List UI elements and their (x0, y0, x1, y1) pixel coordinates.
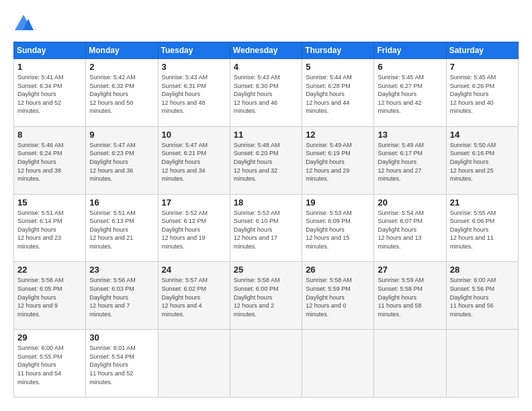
calendar-cell: 27 Sunrise: 5:59 AM Sunset: 5:58 PM Dayl… (374, 262, 446, 330)
calendar-row: 29 Sunrise: 6:00 AM Sunset: 5:55 PM Dayl… (14, 330, 519, 398)
col-tuesday: Tuesday (158, 42, 230, 59)
day-info: Sunrise: 5:54 AM Sunset: 6:07 PM Dayligh… (378, 209, 442, 251)
calendar-row: 8 Sunrise: 5:46 AM Sunset: 6:24 PM Dayli… (14, 126, 519, 194)
day-info: Sunrise: 5:58 AM Sunset: 6:00 PM Dayligh… (234, 276, 298, 318)
calendar-cell (302, 330, 374, 398)
calendar-cell: 28 Sunrise: 6:00 AM Sunset: 5:56 PM Dayl… (446, 262, 518, 330)
calendar-cell: 7 Sunrise: 5:45 AM Sunset: 6:26 PM Dayli… (446, 59, 518, 127)
day-number: 3 (162, 62, 226, 72)
calendar-cell: 10 Sunrise: 5:47 AM Sunset: 6:21 PM Dayl… (158, 126, 230, 194)
calendar-cell (230, 330, 302, 398)
day-info: Sunrise: 5:51 AM Sunset: 6:14 PM Dayligh… (17, 209, 82, 251)
calendar-cell: 8 Sunrise: 5:46 AM Sunset: 6:24 PM Dayli… (14, 126, 86, 194)
day-info: Sunrise: 5:52 AM Sunset: 6:12 PM Dayligh… (162, 209, 226, 251)
calendar-row: 22 Sunrise: 5:56 AM Sunset: 6:05 PM Dayl… (14, 262, 519, 330)
day-number: 27 (378, 265, 442, 275)
calendar-cell (158, 330, 230, 398)
day-number: 11 (234, 130, 298, 140)
header (13, 13, 519, 34)
day-info: Sunrise: 5:42 AM Sunset: 6:32 PM Dayligh… (89, 73, 154, 116)
day-info: Sunrise: 5:56 AM Sunset: 6:05 PM Dayligh… (17, 276, 82, 318)
col-friday: Friday (374, 42, 446, 59)
day-info: Sunrise: 5:49 AM Sunset: 6:19 PM Dayligh… (306, 141, 370, 183)
day-number: 25 (234, 265, 298, 275)
calendar-row: 15 Sunrise: 5:51 AM Sunset: 6:14 PM Dayl… (14, 194, 519, 262)
calendar-cell: 17 Sunrise: 5:52 AM Sunset: 6:12 PM Dayl… (158, 194, 230, 262)
day-info: Sunrise: 5:51 AM Sunset: 6:13 PM Dayligh… (89, 209, 154, 251)
logo (13, 13, 38, 34)
day-number: 20 (378, 197, 442, 208)
day-number: 21 (450, 197, 515, 208)
calendar-cell: 25 Sunrise: 5:58 AM Sunset: 6:00 PM Dayl… (230, 262, 302, 330)
day-number: 17 (162, 197, 226, 208)
day-number: 14 (450, 130, 515, 140)
calendar-cell: 24 Sunrise: 5:57 AM Sunset: 6:02 PM Dayl… (158, 262, 230, 330)
calendar-cell: 26 Sunrise: 5:58 AM Sunset: 5:59 PM Dayl… (302, 262, 374, 330)
logo-icon (13, 13, 34, 34)
calendar-cell: 11 Sunrise: 5:48 AM Sunset: 6:20 PM Dayl… (230, 126, 302, 194)
day-number: 16 (89, 197, 154, 208)
day-number: 30 (89, 332, 154, 342)
calendar-cell: 15 Sunrise: 5:51 AM Sunset: 6:14 PM Dayl… (14, 194, 86, 262)
day-info: Sunrise: 5:45 AM Sunset: 6:27 PM Dayligh… (378, 73, 442, 116)
calendar-cell: 29 Sunrise: 6:00 AM Sunset: 5:55 PM Dayl… (14, 330, 86, 398)
day-number: 19 (306, 197, 370, 208)
day-number: 4 (234, 62, 298, 72)
col-sunday: Sunday (14, 42, 86, 59)
day-info: Sunrise: 5:59 AM Sunset: 5:58 PM Dayligh… (378, 276, 442, 318)
calendar-cell: 12 Sunrise: 5:49 AM Sunset: 6:19 PM Dayl… (302, 126, 374, 194)
day-number: 9 (89, 130, 154, 140)
calendar-cell: 22 Sunrise: 5:56 AM Sunset: 6:05 PM Dayl… (14, 262, 86, 330)
day-number: 28 (450, 265, 515, 275)
day-number: 23 (89, 265, 154, 275)
day-info: Sunrise: 5:41 AM Sunset: 6:34 PM Dayligh… (17, 73, 82, 116)
calendar-cell: 19 Sunrise: 5:53 AM Sunset: 6:09 PM Dayl… (302, 194, 374, 262)
calendar-cell: 20 Sunrise: 5:54 AM Sunset: 6:07 PM Dayl… (374, 194, 446, 262)
calendar-cell: 9 Sunrise: 5:47 AM Sunset: 6:23 PM Dayli… (86, 126, 158, 194)
calendar-cell (446, 330, 518, 398)
day-number: 29 (17, 332, 82, 342)
day-info: Sunrise: 5:49 AM Sunset: 6:17 PM Dayligh… (378, 141, 442, 183)
day-info: Sunrise: 5:56 AM Sunset: 6:03 PM Dayligh… (89, 276, 154, 318)
page: Sunday Monday Tuesday Wednesday Thursday… (0, 0, 532, 411)
calendar-cell: 1 Sunrise: 5:41 AM Sunset: 6:34 PM Dayli… (14, 59, 86, 127)
day-number: 8 (17, 130, 82, 140)
calendar-header-row: Sunday Monday Tuesday Wednesday Thursday… (14, 42, 519, 59)
calendar-cell: 18 Sunrise: 5:53 AM Sunset: 6:10 PM Dayl… (230, 194, 302, 262)
day-info: Sunrise: 6:00 AM Sunset: 5:56 PM Dayligh… (450, 276, 515, 318)
calendar-cell: 14 Sunrise: 5:50 AM Sunset: 6:16 PM Dayl… (446, 126, 518, 194)
day-number: 7 (450, 62, 515, 72)
day-info: Sunrise: 5:50 AM Sunset: 6:16 PM Dayligh… (450, 141, 515, 183)
day-number: 1 (17, 62, 82, 72)
day-number: 24 (162, 265, 226, 275)
day-info: Sunrise: 5:47 AM Sunset: 6:23 PM Dayligh… (89, 141, 154, 183)
calendar-cell: 3 Sunrise: 5:43 AM Sunset: 6:31 PM Dayli… (158, 59, 230, 127)
col-wednesday: Wednesday (230, 42, 302, 59)
day-number: 5 (306, 62, 370, 72)
calendar-cell: 16 Sunrise: 5:51 AM Sunset: 6:13 PM Dayl… (86, 194, 158, 262)
calendar-row: 1 Sunrise: 5:41 AM Sunset: 6:34 PM Dayli… (14, 59, 519, 127)
day-info: Sunrise: 5:55 AM Sunset: 6:06 PM Dayligh… (450, 209, 515, 251)
day-info: Sunrise: 5:53 AM Sunset: 6:09 PM Dayligh… (306, 209, 370, 251)
day-info: Sunrise: 5:43 AM Sunset: 6:31 PM Dayligh… (162, 73, 226, 116)
day-number: 2 (89, 62, 154, 72)
calendar-cell: 6 Sunrise: 5:45 AM Sunset: 6:27 PM Dayli… (374, 59, 446, 127)
day-info: Sunrise: 5:45 AM Sunset: 6:26 PM Dayligh… (450, 73, 515, 116)
calendar-cell: 30 Sunrise: 6:01 AM Sunset: 5:54 PM Dayl… (86, 330, 158, 398)
calendar: Sunday Monday Tuesday Wednesday Thursday… (13, 42, 519, 398)
calendar-cell: 23 Sunrise: 5:56 AM Sunset: 6:03 PM Dayl… (86, 262, 158, 330)
col-thursday: Thursday (302, 42, 374, 59)
day-info: Sunrise: 5:46 AM Sunset: 6:24 PM Dayligh… (17, 141, 82, 183)
calendar-cell: 4 Sunrise: 5:43 AM Sunset: 6:30 PM Dayli… (230, 59, 302, 127)
calendar-cell: 5 Sunrise: 5:44 AM Sunset: 6:28 PM Dayli… (302, 59, 374, 127)
day-info: Sunrise: 5:58 AM Sunset: 5:59 PM Dayligh… (306, 276, 370, 318)
calendar-cell: 13 Sunrise: 5:49 AM Sunset: 6:17 PM Dayl… (374, 126, 446, 194)
calendar-cell: 21 Sunrise: 5:55 AM Sunset: 6:06 PM Dayl… (446, 194, 518, 262)
day-info: Sunrise: 6:00 AM Sunset: 5:55 PM Dayligh… (17, 344, 82, 386)
calendar-cell: 2 Sunrise: 5:42 AM Sunset: 6:32 PM Dayli… (86, 59, 158, 127)
col-saturday: Saturday (446, 42, 518, 59)
day-number: 18 (234, 197, 298, 208)
day-number: 13 (378, 130, 442, 140)
day-number: 10 (162, 130, 226, 140)
day-info: Sunrise: 5:57 AM Sunset: 6:02 PM Dayligh… (162, 276, 226, 318)
